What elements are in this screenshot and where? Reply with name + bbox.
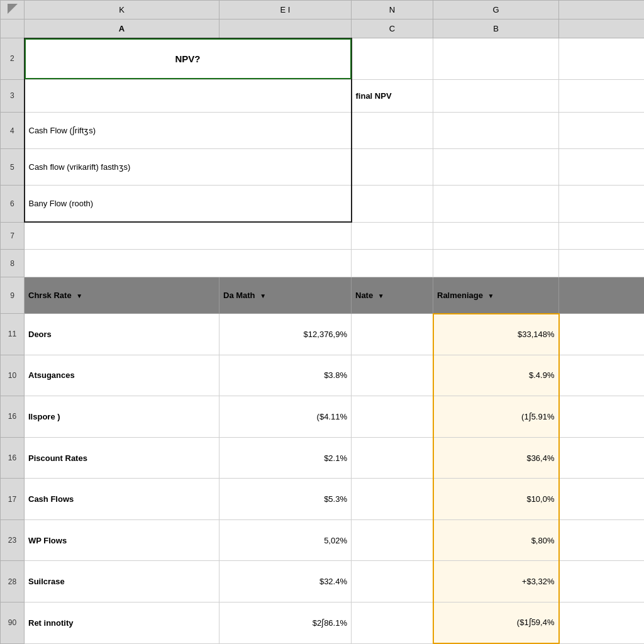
cell-banyflow[interactable]: Bany Flow (rooth)	[25, 186, 352, 222]
cell-10-G[interactable]: $.4.9%	[433, 355, 559, 396]
cell-90-val[interactable]: $2ʃ86.1%	[219, 602, 352, 643]
row-num-2: 2	[1, 38, 25, 80]
cell-npv[interactable]: NPV?	[25, 38, 352, 80]
cell-11-extra	[559, 314, 645, 355]
cell-17-extra	[559, 479, 645, 520]
cell-5-G	[433, 149, 559, 186]
row-num-11: 11	[1, 314, 25, 355]
dropdown-arrow-3[interactable]: ▼	[378, 292, 384, 299]
col-G-header[interactable]: G	[433, 1, 559, 19]
header-extra	[559, 277, 645, 313]
header-ralmeniage-label: Ralmeniage	[437, 291, 483, 300]
svg-marker-0	[8, 4, 18, 14]
header-ralmeniage[interactable]: Ralmeniage ▼	[433, 277, 559, 313]
cell-23-N	[352, 519, 433, 561]
cell-90-G[interactable]: ($1ʃ59,4%	[433, 602, 559, 643]
row-num-3: 3	[1, 79, 25, 112]
col-extra-header	[559, 1, 645, 19]
cell-23-G[interactable]: $,80%	[433, 519, 559, 561]
column-header-row: K E I N G	[1, 1, 645, 19]
cell-7-A	[25, 222, 352, 250]
row-23: 23 WP Flows 5,02% $,80%	[1, 519, 645, 561]
cell-2-extra	[559, 38, 645, 80]
header-nate[interactable]: Nate ▼	[352, 277, 433, 313]
cell-16a-name[interactable]: Ilspore )	[25, 396, 219, 438]
cell-28-N	[352, 561, 433, 602]
cell-10-val[interactable]: $3.8%	[219, 355, 352, 396]
cell-cashflow1[interactable]: Cash Flow (ʃriftʒs)	[25, 112, 352, 148]
dropdown-arrow-1[interactable]: ▼	[76, 292, 82, 299]
cell-6-N	[352, 186, 433, 222]
row-11: 11 Deors $12,376,9% $33,148%	[1, 314, 645, 355]
cell-16b-G[interactable]: $36,4%	[433, 437, 559, 479]
cell-16a-G[interactable]: (1ʃ5.91%	[433, 396, 559, 438]
cell-11-G[interactable]: $33,148%	[433, 314, 559, 355]
row-2: 2 NPV?	[1, 38, 645, 80]
cell-7-N	[352, 222, 433, 250]
cell-2-N	[352, 38, 433, 80]
col-N-header[interactable]: N	[352, 1, 433, 19]
row-16b: 16 Piscount Rates $2.1% $36,4%	[1, 437, 645, 479]
cell-16b-name[interactable]: Piscount Rates	[25, 437, 219, 479]
row-4: 4 Cash Flow (ʃriftʒs)	[1, 112, 645, 148]
row-num-4: 4	[1, 112, 25, 148]
cell-8-A	[25, 250, 352, 277]
row-num-8: 8	[1, 250, 25, 277]
cell-10-extra	[559, 355, 645, 396]
cell-3-G	[433, 79, 559, 112]
sub-col-B-header[interactable]: B	[433, 19, 559, 38]
sub-col-A-header[interactable]: A	[25, 19, 219, 38]
cell-23-extra	[559, 519, 645, 561]
header-chrsk-rate-label: Chrsk Rate	[28, 291, 72, 300]
cell-16b-val[interactable]: $2.1%	[219, 437, 352, 479]
header-da-math[interactable]: Da Math ▼	[219, 277, 352, 313]
cell-10-N	[352, 355, 433, 396]
col-K-header[interactable]: K	[25, 1, 219, 19]
cell-17-G[interactable]: $10,0%	[433, 479, 559, 520]
table-header-row: 9 Chrsk Rate ▼ Da Math ▼ Nate ▼ Ralmenia…	[1, 277, 645, 313]
cell-16b-N	[352, 437, 433, 479]
cell-17-val[interactable]: $5.3%	[219, 479, 352, 520]
sub-col-C-header[interactable]: C	[352, 19, 433, 38]
cell-16a-extra	[559, 396, 645, 438]
cell-23-val[interactable]: 5,02%	[219, 519, 352, 561]
cell-28-val[interactable]: $32.4%	[219, 561, 352, 602]
cell-final-npv: final NPV	[352, 79, 433, 112]
cell-90-N	[352, 602, 433, 643]
cell-11-name[interactable]: Deors	[25, 314, 219, 355]
col-EI-header[interactable]: E I	[219, 1, 352, 19]
cell-3-A	[25, 79, 352, 112]
sub-col-EI-sub	[219, 19, 352, 38]
header-da-math-label: Da Math	[223, 291, 255, 300]
cell-17-N	[352, 479, 433, 520]
row-num-90: 90	[1, 602, 25, 643]
cell-28-extra	[559, 561, 645, 602]
row-num-28: 28	[1, 561, 25, 602]
cell-7-extra	[559, 222, 645, 250]
row-num-6: 6	[1, 186, 25, 222]
cell-6-extra	[559, 186, 645, 222]
cell-6-G	[433, 186, 559, 222]
row-7: 7	[1, 222, 645, 250]
cell-28-name[interactable]: Suilcrase	[25, 561, 219, 602]
cell-cashflow2[interactable]: Cash flow (vrikarift) fasthʒs)	[25, 149, 352, 186]
row-num-16a: 16	[1, 396, 25, 438]
cell-23-name[interactable]: WP Flows	[25, 519, 219, 561]
sub-column-header-row: A C B	[1, 19, 645, 38]
row-16a: 16 Ilspore ) ($4.11% (1ʃ5.91%	[1, 396, 645, 438]
cell-10-name[interactable]: Atsugances	[25, 355, 219, 396]
cell-28-G[interactable]: +$3,32%	[433, 561, 559, 602]
row-num-9: 9	[1, 277, 25, 313]
cell-11-val[interactable]: $12,376,9%	[219, 314, 352, 355]
dropdown-arrow-2[interactable]: ▼	[260, 292, 266, 299]
cell-90-name[interactable]: Ret innotity	[25, 602, 219, 643]
dropdown-arrow-4[interactable]: ▼	[488, 292, 494, 299]
row-6: 6 Bany Flow (rooth)	[1, 186, 645, 222]
row-5: 5 Cash flow (vrikarift) fasthʒs)	[1, 149, 645, 186]
cell-8-extra	[559, 250, 645, 277]
header-chrsk-rate[interactable]: Chrsk Rate ▼	[25, 277, 219, 313]
cell-17-name[interactable]: Cash Flows	[25, 479, 219, 520]
spreadsheet: K E I N G A C B 2 NPV? 3 final	[0, 0, 644, 644]
cell-16a-val[interactable]: ($4.11%	[219, 396, 352, 438]
corner-cell	[1, 1, 25, 19]
